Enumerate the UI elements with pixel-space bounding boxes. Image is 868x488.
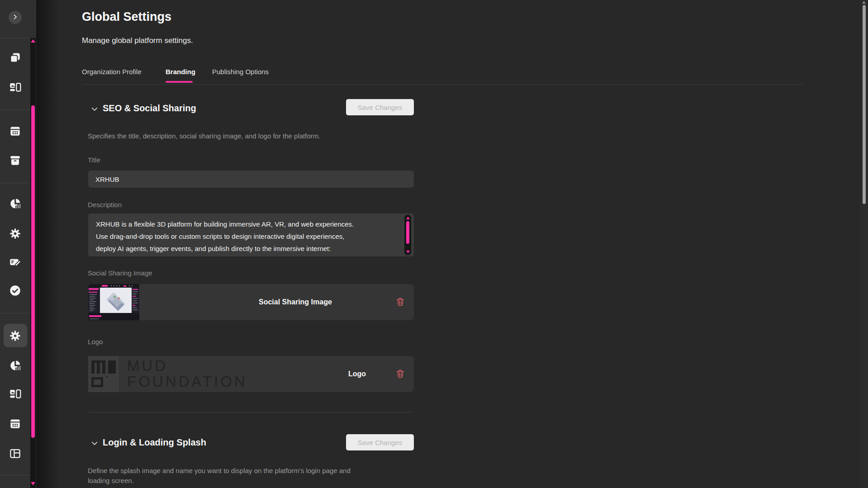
- social-image-field-label: Social Sharing Image: [88, 269, 152, 277]
- sidebar-item-layouts[interactable]: [9, 447, 21, 460]
- logo-image: MUD FOUNDATION: [88, 356, 256, 392]
- gear-icon: [9, 227, 21, 240]
- sidebar-item-global-settings[interactable]: [9, 330, 21, 342]
- social-image-item-label: Social Sharing Image: [259, 284, 332, 320]
- description-field-label: Description: [88, 201, 122, 208]
- divider: [0, 183, 30, 183]
- chevron-right-icon: [12, 14, 18, 22]
- textarea-scrollbar-track[interactable]: [404, 215, 411, 255]
- logo-item-label: Logo: [348, 356, 366, 392]
- thumb-right-panel: [132, 288, 139, 313]
- logo-word-foundation: FOUNDATION: [127, 374, 247, 389]
- logo-field-label: Logo: [88, 338, 103, 346]
- section-divider: [88, 412, 414, 412]
- section-title-seo[interactable]: SEO & Social Sharing: [103, 103, 196, 114]
- sidebar-scrollbar-down-arrow[interactable]: [31, 482, 35, 485]
- thumb-bottom-bar: [88, 313, 139, 320]
- sidebar-shadow: [36, 0, 60, 488]
- splash-section-description-line1: Define the splash image and name you wan…: [88, 466, 351, 476]
- delete-logo-button[interactable]: [395, 369, 406, 379]
- section-title-splash[interactable]: Login & Loading Splash: [103, 437, 206, 448]
- active-tab-underline: [166, 81, 193, 83]
- calendar-icon: [9, 125, 21, 137]
- tab-publishing-options[interactable]: Publishing Options: [212, 68, 269, 76]
- sidebar-item-approvals[interactable]: [9, 284, 21, 297]
- trash-icon: [395, 373, 405, 380]
- page-title: Global Settings: [82, 10, 171, 24]
- sidebar-item-settings[interactable]: [9, 227, 21, 240]
- description-line: deploy AI agents, trigger events, and pu…: [96, 242, 396, 255]
- tab-organization-profile[interactable]: Organization Profile: [82, 68, 142, 76]
- page-subtitle: Manage global platform settings.: [82, 36, 193, 45]
- tabs-divider: [82, 84, 803, 85]
- trash-icon: [395, 301, 405, 308]
- seo-section-description: Specifies the title, description, social…: [88, 131, 320, 141]
- social-image-row[interactable]: Social Sharing Image: [88, 284, 414, 320]
- textarea-scrollbar-down-arrow[interactable]: [406, 251, 410, 253]
- archive-icon: [9, 154, 21, 166]
- textarea-scrollbar-thumb[interactable]: [406, 221, 409, 244]
- sidebar-scrollbar-up-arrow[interactable]: [31, 39, 35, 43]
- description-textarea[interactable]: XRHUB is a flexible 3D platform for buil…: [88, 213, 414, 256]
- analytics-pie-icon: [9, 360, 21, 372]
- sidebar-expand-button[interactable]: [9, 11, 22, 24]
- chevron-down-icon[interactable]: [90, 105, 99, 113]
- title-field-label: Title: [88, 156, 100, 164]
- divider: [0, 109, 30, 110]
- copy-icon: [9, 52, 21, 64]
- title-input[interactable]: [88, 171, 414, 188]
- logo-row[interactable]: MUD FOUNDATION Logo: [88, 356, 414, 392]
- sidebar-item-platform-media[interactable]: [9, 388, 21, 400]
- save-changes-button-splash[interactable]: Save Changes: [346, 434, 414, 450]
- sidebar-scrollbar-thumb[interactable]: [31, 105, 35, 438]
- sidebar-item-archive[interactable]: [9, 154, 21, 166]
- delete-social-image-button[interactable]: [395, 297, 406, 308]
- sidebar-item-billing[interactable]: [9, 256, 21, 268]
- divider: [0, 475, 30, 475]
- devices-icon: [9, 388, 21, 400]
- description-line: XRHUB is a flexible 3D platform for buil…: [96, 218, 396, 230]
- page-scrollbar-up-arrow[interactable]: [862, 1, 866, 4]
- splash-section-description-line2: loading screen.: [88, 476, 134, 486]
- page-scrollbar-thumb[interactable]: [863, 5, 866, 204]
- sidebar-item-media[interactable]: [9, 81, 21, 93]
- sidebar-item-platform-events[interactable]: [9, 417, 21, 430]
- save-changes-button-seo[interactable]: Save Changes: [346, 99, 414, 115]
- thumb-viewport: [100, 288, 132, 313]
- sidebar-item-events[interactable]: [9, 125, 21, 137]
- social-sharing-image-thumbnail: [88, 284, 139, 320]
- sidebar: [0, 0, 36, 488]
- logo-mark: [88, 356, 119, 392]
- thumb-left-panel: [88, 288, 100, 313]
- thumb-toolbar: [88, 284, 139, 288]
- description-line-clipped: virtual worlds, events, games, and more.: [96, 255, 396, 256]
- divider: [0, 313, 30, 313]
- sidebar-item-scenes[interactable]: [9, 52, 21, 64]
- logo-word-mud: MUD: [127, 358, 168, 373]
- card-edit-icon: [9, 256, 21, 268]
- page-scrollbar-track[interactable]: [860, 0, 868, 488]
- tab-branding[interactable]: Branding: [166, 68, 195, 76]
- gear-icon-active: [9, 330, 21, 342]
- textarea-scrollbar-up-arrow[interactable]: [406, 217, 410, 219]
- check-circle-icon: [9, 284, 21, 297]
- chevron-down-icon[interactable]: [90, 439, 99, 447]
- description-line: Use drag-and-drop tools or custom script…: [96, 230, 396, 242]
- devices-icon: [9, 81, 21, 93]
- global-settings-screen: Global Settings Manage global platform s…: [0, 0, 868, 488]
- analytics-pie-icon: [9, 198, 21, 210]
- layout-icon: [9, 447, 21, 460]
- sidebar-item-analytics[interactable]: [9, 198, 21, 210]
- sidebar-item-platform-analytics[interactable]: [9, 360, 21, 372]
- calendar-icon: [9, 417, 21, 430]
